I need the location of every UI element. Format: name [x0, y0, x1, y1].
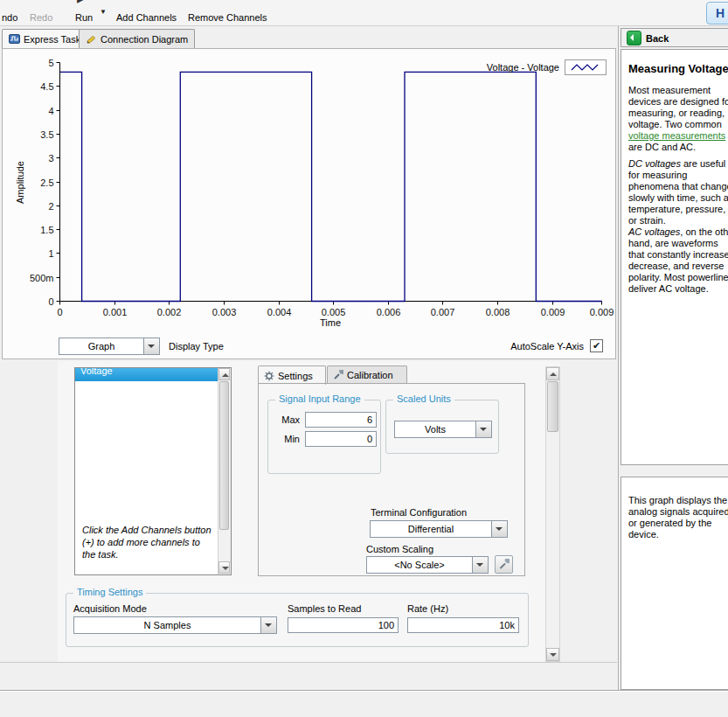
acquisition-mode-label: Acquisition Mode	[73, 603, 147, 614]
voltage-waveform-chart: 0500m11.522.533.544.5500.0010.0020.0030.…	[3, 49, 617, 333]
config-area-scrollbar[interactable]	[545, 366, 560, 662]
help-paragraph-2: DC voltages are useful for measuring phe…	[628, 158, 728, 226]
help-text-line: analog signals acquired	[628, 506, 728, 518]
terminal-configuration-label: Terminal Configuration	[371, 507, 467, 518]
svg-text:0.001: 0.001	[103, 307, 128, 317]
svg-text:4: 4	[48, 106, 53, 116]
dc-voltages-term: DC voltages	[628, 158, 681, 169]
undo-button[interactable]: ndo	[2, 11, 17, 24]
channel-scroll-down-icon[interactable]	[218, 561, 230, 574]
channel-scroll-up-icon[interactable]	[218, 368, 230, 380]
svg-text:500m: 500m	[30, 273, 54, 283]
autoscale-checkbox[interactable]: ✔	[590, 339, 603, 352]
svg-text:0.009: 0.009	[590, 307, 614, 317]
tab-calibration[interactable]: Calibration	[327, 365, 407, 384]
tab-calibration-label: Calibration	[347, 370, 393, 380]
svg-text:0: 0	[57, 307, 62, 317]
help-text-line: slowly with time, such as	[628, 192, 728, 204]
custom-scaling-value: <No Scale>	[367, 557, 472, 573]
custom-scaling-label: Custom Scaling	[366, 544, 433, 554]
custom-scaling-dropdown-icon[interactable]	[472, 557, 488, 573]
help-text-line: that constantly increase,	[628, 249, 728, 261]
channel-list[interactable]: Voltage Click the Add Channels button (+…	[74, 367, 232, 575]
help-text-line: voltage measurements	[628, 130, 728, 142]
help-content-panel: Measuring Voltage Most measurement devic…	[621, 49, 728, 465]
back-button[interactable]: Back	[624, 31, 671, 45]
help-text-fragment: are useful	[681, 158, 725, 169]
bottom-divider	[0, 690, 728, 692]
svg-text:1: 1	[48, 248, 53, 259]
remove-channels-icon: ✕	[211, 0, 223, 3]
svg-text:0.009: 0.009	[541, 307, 565, 317]
help-button[interactable]: H	[706, 2, 728, 24]
terminal-configuration-dropdown-icon[interactable]	[491, 521, 507, 537]
express-task-icon	[9, 33, 20, 45]
tab-settings[interactable]: Settings	[258, 365, 326, 385]
min-input[interactable]: 0	[305, 431, 377, 447]
svg-text:0.003: 0.003	[212, 307, 237, 317]
help-column-divider	[618, 26, 619, 691]
help-text-fragment: , on the other	[680, 226, 728, 237]
add-channels-button[interactable]: Add Channels	[116, 11, 177, 24]
help-text-line: measuring, or reading,	[628, 108, 728, 119]
help-paragraph-3: AC voltages, on the other hand, are wave…	[628, 226, 728, 295]
redo-button[interactable]: Redo	[30, 11, 52, 24]
max-input[interactable]: 6	[305, 412, 377, 428]
tab-express-task[interactable]: Express Task	[2, 29, 87, 48]
rate-input[interactable]: 10k	[407, 617, 519, 633]
terminal-configuration-select[interactable]: Differential	[370, 520, 508, 538]
remove-channels-button[interactable]: Remove Channels	[188, 11, 267, 24]
svg-text:0.002: 0.002	[157, 307, 182, 317]
legend-plot-style-box[interactable]	[565, 59, 607, 75]
display-type-value: Graph	[59, 338, 143, 354]
tab-connection-diagram[interactable]: Connection Diagram	[79, 29, 195, 48]
graph-help-panel: This graph displays the analog signals a…	[621, 477, 728, 690]
help-text-line: device.	[628, 529, 728, 540]
svg-text:2: 2	[48, 201, 53, 212]
edit-custom-scaling-button[interactable]	[495, 555, 513, 574]
timing-settings-group: Timing Settings Acquisition Mode N Sampl…	[66, 593, 529, 647]
voltage-measurements-link[interactable]: voltage measurements	[628, 130, 725, 141]
custom-scaling-select[interactable]: <No Scale>	[366, 556, 489, 574]
svg-text:0.005: 0.005	[322, 307, 346, 317]
help-text-line: decrease, and reverse	[628, 261, 728, 272]
acquisition-mode-select[interactable]: N Samples	[73, 616, 277, 634]
signal-input-range-group: Signal Input Range Max 6 Min 0	[267, 400, 381, 474]
rate-label: Rate (Hz)	[407, 603, 448, 614]
selected-channel-label: Voltage	[80, 368, 223, 378]
help-text-line: polarity. Most powerlines	[628, 272, 728, 283]
config-scroll-up-icon[interactable]	[546, 367, 559, 380]
channel-scroll-thumb[interactable]	[219, 381, 229, 530]
svg-text:3.5: 3.5	[40, 129, 53, 140]
help-text-line: devices are designed for	[628, 96, 728, 108]
main-toolbar: ↶ ↷ ▶ + ✕ ndo Redo Run ▼ Add Channels Re…	[0, 0, 728, 26]
help-text-line: temperature, pressure,	[628, 204, 728, 215]
svg-text:0.004: 0.004	[267, 307, 292, 317]
svg-text:1.5: 1.5	[40, 225, 53, 235]
tab-settings-label: Settings	[278, 371, 313, 381]
run-button[interactable]: Run	[75, 11, 93, 24]
acquisition-mode-dropdown-icon[interactable]	[260, 617, 276, 633]
channel-list-selected-row[interactable]: Voltage	[75, 368, 223, 381]
samples-to-read-input[interactable]: 100	[288, 617, 399, 633]
help-paragraph-1: Most measurement devices are designed fo…	[628, 85, 728, 153]
settings-tab-content: Signal Input Range Max 6 Min 0 Scaled Un…	[258, 383, 525, 576]
add-channels-icon: +	[138, 0, 148, 2]
svg-text:2.5: 2.5	[40, 178, 53, 188]
scaled-units-dropdown-icon[interactable]	[475, 421, 491, 437]
autoscale-label: AutoScale Y-Axis	[492, 341, 584, 352]
config-scroll-thumb[interactable]	[547, 381, 558, 432]
display-type-dropdown-icon[interactable]	[143, 338, 159, 354]
help-button-label: H	[716, 6, 725, 20]
display-type-select[interactable]: Graph	[59, 338, 160, 355]
run-dropdown-caret-icon[interactable]: ▼	[100, 5, 107, 18]
scaled-units-select[interactable]: Volts	[394, 421, 492, 438]
display-type-label: Display Type	[169, 341, 224, 352]
scaled-units-value: Volts	[395, 421, 475, 437]
help-nav-bar: Back	[621, 28, 728, 47]
config-scroll-down-icon[interactable]	[546, 648, 559, 661]
chart-legend[interactable]: Voltage - Voltage	[487, 59, 607, 75]
help-text-line: hand, are waveforms	[628, 238, 728, 249]
svg-text:5: 5	[48, 58, 53, 68]
channel-list-scrollbar[interactable]	[218, 368, 231, 574]
